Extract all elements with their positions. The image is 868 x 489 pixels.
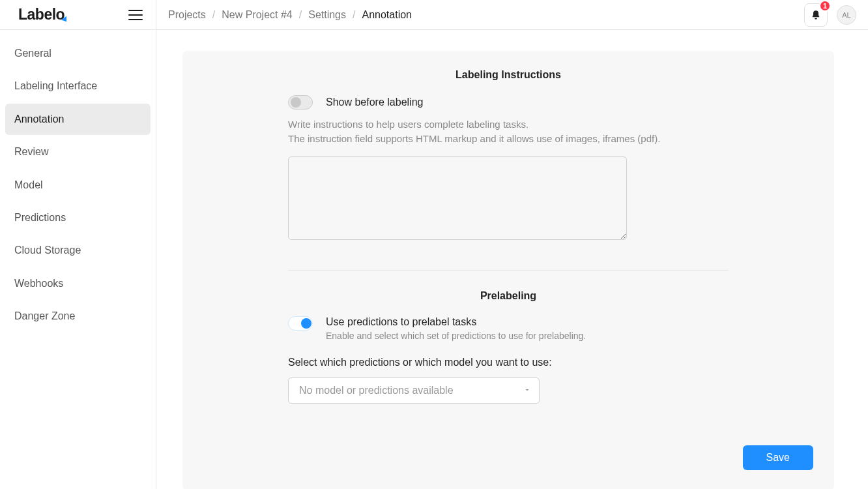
sidebar-item-label: Cloud Storage <box>14 244 81 256</box>
sidebar-item-label: Annotation <box>14 113 65 125</box>
topbar-right: 1 AL <box>804 3 856 27</box>
breadcrumb-separator: / <box>299 9 302 21</box>
toggle-knob <box>291 97 301 108</box>
save-button[interactable]: Save <box>743 445 813 470</box>
menu-toggle-icon[interactable] <box>128 10 143 20</box>
sidebar-item-label: Model <box>14 179 43 190</box>
sidebar-item-cloud-storage[interactable]: Cloud Storage <box>5 235 151 266</box>
notification-count: 1 <box>819 0 831 12</box>
section-title: Labeling Instructions <box>288 69 729 81</box>
crumb-projects[interactable]: Projects <box>168 9 206 21</box>
bell-icon <box>811 10 821 20</box>
sidebar-item-label: General <box>14 48 51 59</box>
sidebar-item-general[interactable]: General <box>5 38 151 69</box>
help-line: Write instructions to help users complet… <box>288 119 528 130</box>
predictions-select[interactable]: No model or predictions available <box>288 378 540 404</box>
crumb-project-name[interactable]: New Project #4 <box>222 9 293 21</box>
sidebar-item-label: Labeling Interface <box>14 80 97 91</box>
section-labeling-instructions: Labeling Instructions Show before labeli… <box>203 69 813 404</box>
sidebar-item-label: Danger Zone <box>14 310 75 321</box>
help-text: Write instructions to help users complet… <box>288 117 729 146</box>
sidebar-item-danger-zone[interactable]: Danger Zone <box>5 301 151 332</box>
sidebar-item-review[interactable]: Review <box>5 136 151 168</box>
crumb-settings[interactable]: Settings <box>308 9 346 21</box>
sidebar-item-webhooks[interactable]: Webhooks <box>5 268 151 299</box>
sidebar-nav: General Labeling Interface Annotation Re… <box>0 30 156 340</box>
sidebar-item-label: Review <box>14 146 48 157</box>
toggle-row-show-before: Show before labeling <box>288 95 729 110</box>
toggle-label: Show before labeling <box>326 96 423 108</box>
breadcrumb-separator: / <box>353 9 355 21</box>
sidebar: Labelo General Labeling Interface Annota… <box>0 0 156 489</box>
settings-panel: Labeling Instructions Show before labeli… <box>182 51 834 489</box>
help-line: The instruction field supports HTML mark… <box>288 133 660 144</box>
topbar: Projects / New Project #4 / Settings / A… <box>156 0 868 30</box>
toggle-show-before-labeling[interactable] <box>288 95 313 110</box>
sidebar-item-label: Predictions <box>14 212 66 223</box>
field-label: Select which predictions or which model … <box>288 357 729 368</box>
breadcrumb: Projects / New Project #4 / Settings / A… <box>168 9 412 21</box>
chevron-down-icon <box>523 385 531 396</box>
toggle-use-predictions[interactable] <box>288 316 313 331</box>
sidebar-item-labeling-interface[interactable]: Labeling Interface <box>5 70 151 102</box>
actions: Save <box>203 445 813 470</box>
section-title: Prelabeling <box>288 290 729 302</box>
sidebar-item-annotation[interactable]: Annotation <box>5 104 151 135</box>
user-avatar[interactable]: AL <box>837 5 856 25</box>
select-placeholder: No model or predictions available <box>299 385 454 396</box>
toggle-knob <box>301 318 311 329</box>
instructions-textarea[interactable] <box>288 156 627 240</box>
sidebar-item-predictions[interactable]: Predictions <box>5 202 151 233</box>
divider <box>288 270 729 271</box>
notifications-button[interactable]: 1 <box>804 3 828 27</box>
toggle-description: Enable and select which set of predictio… <box>326 331 586 341</box>
sidebar-item-label: Webhooks <box>14 278 63 289</box>
toggle-label: Use predictions to prelabel tasks <box>326 316 586 328</box>
main: Projects / New Project #4 / Settings / A… <box>156 0 868 489</box>
toggle-row-prelabeling: Use predictions to prelabel tasks Enable… <box>288 316 729 341</box>
crumb-current: Annotation <box>362 9 412 21</box>
sidebar-item-model[interactable]: Model <box>5 170 151 201</box>
content: Labeling Instructions Show before labeli… <box>156 30 868 489</box>
breadcrumb-separator: / <box>212 9 215 21</box>
app-logo[interactable]: Labelo <box>18 6 65 23</box>
sidebar-header: Labelo <box>0 0 156 30</box>
